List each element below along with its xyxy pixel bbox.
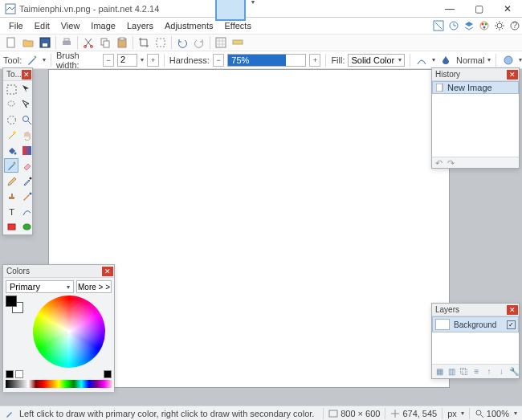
primary-secondary-dropdown[interactable]: Primary▾ bbox=[6, 280, 74, 293]
blend-icon bbox=[438, 53, 453, 67]
menu-view[interactable]: View bbox=[55, 19, 86, 32]
tool-eraser[interactable] bbox=[19, 158, 34, 173]
menu-file[interactable]: File bbox=[3, 19, 29, 32]
svg-rect-13 bbox=[63, 41, 71, 45]
tool-text[interactable]: T bbox=[4, 204, 18, 218]
color-swatches[interactable] bbox=[6, 296, 23, 313]
layer-thumbnail bbox=[435, 319, 450, 330]
svg-rect-23 bbox=[233, 40, 243, 44]
tool-magic-wand[interactable] bbox=[4, 128, 18, 142]
svg-rect-37 bbox=[436, 84, 442, 92]
tools-panel-close[interactable]: ✕ bbox=[22, 70, 31, 80]
add-layer-button[interactable]: ▦ bbox=[434, 366, 444, 377]
hardness-increase[interactable]: + bbox=[309, 54, 320, 67]
svg-point-4 bbox=[482, 23, 484, 26]
deselect-button[interactable] bbox=[153, 35, 169, 50]
view-rulers-button[interactable] bbox=[230, 35, 246, 50]
document-thumbnail[interactable] bbox=[215, 0, 246, 21]
tool-rectangle[interactable] bbox=[4, 219, 18, 234]
tool-move[interactable] bbox=[19, 82, 34, 96]
hardness-decrease[interactable]: − bbox=[213, 54, 224, 67]
layer-row[interactable]: Background ✓ bbox=[432, 316, 519, 332]
colors-panel-close[interactable]: ✕ bbox=[102, 267, 113, 276]
menu-edit[interactable]: Edit bbox=[29, 19, 55, 32]
tool-clone-stamp[interactable] bbox=[4, 189, 18, 203]
layer-properties-button[interactable]: 🔧 bbox=[509, 366, 519, 377]
undo-button[interactable] bbox=[174, 35, 190, 50]
tool-gradient[interactable] bbox=[19, 143, 34, 157]
color-wheel[interactable] bbox=[33, 296, 105, 368]
palette-black[interactable] bbox=[6, 370, 14, 378]
tool-rectangle-select[interactable] bbox=[4, 82, 18, 96]
copy-button[interactable] bbox=[97, 35, 113, 50]
layer-opacity-icon[interactable] bbox=[501, 53, 516, 67]
tools-window-icon[interactable] bbox=[431, 18, 446, 33]
color-palette[interactable] bbox=[6, 380, 112, 388]
svg-rect-0 bbox=[6, 4, 15, 14]
status-unit-selector[interactable]: px▾ bbox=[442, 409, 469, 418]
tool-ellipse-select[interactable] bbox=[4, 112, 18, 127]
new-button[interactable] bbox=[3, 35, 19, 50]
menu-image[interactable]: Image bbox=[85, 19, 121, 32]
tool-ellipse[interactable] bbox=[19, 219, 34, 234]
cut-button[interactable] bbox=[80, 35, 96, 50]
tool-pan[interactable] bbox=[19, 128, 34, 142]
maximize-button[interactable]: ▢ bbox=[464, 1, 493, 17]
history-panel-close[interactable]: ✕ bbox=[507, 70, 518, 80]
tool-color-picker[interactable] bbox=[19, 173, 34, 188]
menu-effects[interactable]: Effects bbox=[219, 19, 257, 32]
hardness-slider[interactable]: 75% bbox=[227, 54, 306, 67]
tool-paint-bucket[interactable] bbox=[4, 143, 18, 157]
settings-icon[interactable] bbox=[492, 18, 507, 33]
brush-width-increase[interactable]: + bbox=[147, 54, 158, 67]
open-button[interactable] bbox=[20, 35, 36, 50]
antialias-toggle[interactable] bbox=[414, 53, 429, 67]
colors-window-icon[interactable] bbox=[477, 18, 491, 33]
brush-width-input[interactable]: 2 bbox=[117, 54, 137, 67]
hardness-value: 75% bbox=[228, 55, 286, 66]
move-down-button[interactable]: ↓ bbox=[496, 366, 506, 377]
redo-button[interactable] bbox=[191, 35, 207, 50]
status-zoom[interactable]: 100%▾ bbox=[470, 409, 522, 418]
primary-color-swatch[interactable] bbox=[6, 296, 17, 307]
active-tool-icon[interactable] bbox=[25, 53, 39, 67]
crop-button[interactable] bbox=[136, 35, 152, 50]
history-window-icon[interactable] bbox=[447, 18, 461, 33]
brush-width-dropdown[interactable]: ▾ bbox=[141, 56, 144, 63]
view-grid-button[interactable] bbox=[213, 35, 229, 50]
paste-button[interactable] bbox=[114, 35, 130, 50]
delete-layer-button[interactable]: ▥ bbox=[447, 366, 456, 377]
save-button[interactable] bbox=[37, 35, 53, 50]
tool-move-selection[interactable] bbox=[19, 97, 34, 112]
layers-window-icon[interactable] bbox=[462, 18, 476, 33]
redo-icon[interactable]: ↷ bbox=[447, 158, 455, 169]
tool-zoom[interactable] bbox=[19, 112, 34, 127]
fill-dropdown[interactable]: Solid Color▾ bbox=[348, 54, 404, 67]
brush-width-decrease[interactable]: − bbox=[103, 54, 114, 67]
thumbnail-dropdown[interactable]: ▾ bbox=[247, 0, 259, 8]
tool-lasso[interactable] bbox=[4, 97, 18, 112]
tool-dropdown[interactable]: ▾ bbox=[43, 56, 46, 63]
blend-mode[interactable]: Normal bbox=[456, 55, 484, 65]
palette-white[interactable] bbox=[15, 370, 23, 378]
swap-colors-icon[interactable] bbox=[104, 370, 112, 378]
menu-layers[interactable]: Layers bbox=[121, 19, 159, 32]
layer-visible-checkbox[interactable]: ✓ bbox=[507, 320, 516, 329]
close-button[interactable]: ✕ bbox=[493, 1, 522, 17]
tool-paintbrush[interactable] bbox=[4, 158, 18, 173]
undo-icon[interactable]: ↶ bbox=[435, 158, 442, 169]
more-button[interactable]: More > > bbox=[76, 280, 112, 293]
history-item[interactable]: New Image bbox=[432, 81, 519, 94]
tool-recolor[interactable] bbox=[19, 189, 34, 203]
duplicate-layer-button[interactable]: ⿻ bbox=[459, 366, 469, 377]
move-up-button[interactable]: ↑ bbox=[484, 366, 494, 377]
tool-pencil[interactable] bbox=[4, 173, 18, 188]
minimize-button[interactable]: — bbox=[435, 1, 464, 17]
print-button[interactable] bbox=[59, 35, 75, 50]
merge-layer-button[interactable]: ≡ bbox=[471, 366, 481, 377]
tool-line[interactable] bbox=[19, 204, 34, 218]
menu-adjustments[interactable]: Adjustments bbox=[159, 19, 219, 32]
help-icon[interactable]: ? bbox=[508, 18, 522, 33]
svg-rect-14 bbox=[64, 39, 69, 41]
layers-panel-close[interactable]: ✕ bbox=[507, 305, 518, 315]
